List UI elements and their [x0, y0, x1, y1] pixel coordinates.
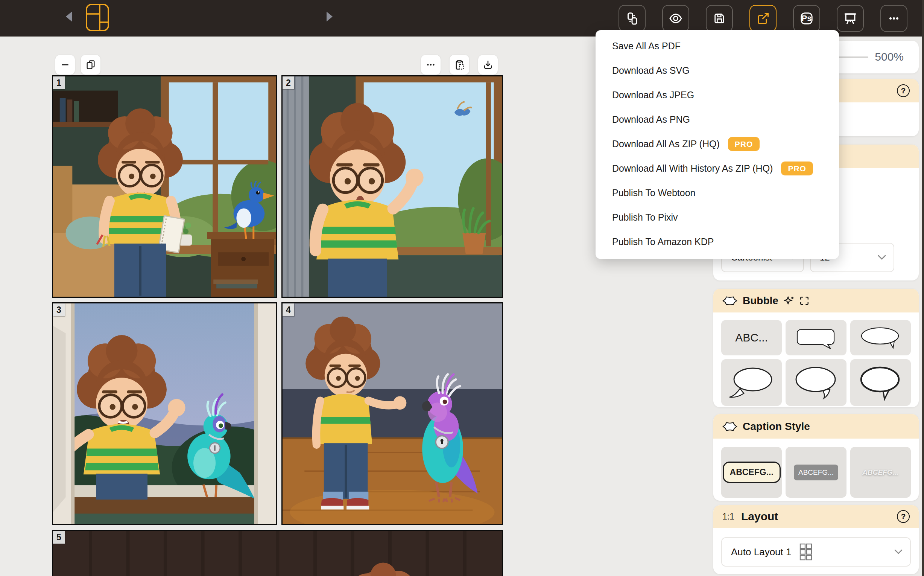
panel-number-badge: 3 [53, 304, 65, 316]
menu-item-download-all-zip[interactable]: Download All As ZIP (HQ) PRO [595, 132, 839, 156]
comic-page-canvas: 1 [52, 75, 503, 576]
menu-item-label: Download As JPEG [612, 90, 694, 101]
page-toolbar-right [421, 54, 498, 75]
panel-number-badge: 1 [53, 77, 65, 89]
menu-item-publish-pixiv[interactable]: Publish To Pixiv [595, 205, 839, 230]
caption-sample: ABCEFG... [862, 468, 898, 477]
duplicate-icon [85, 59, 96, 70]
bubble-rounded-rect-icon [793, 325, 839, 350]
layout-value: Auto Layout 1 [731, 546, 791, 558]
comic-panel-3[interactable]: 3 [52, 302, 277, 525]
presentation-button[interactable] [837, 5, 864, 32]
menu-item-label: Publish To Webtoon [612, 187, 695, 198]
paste-button[interactable] [449, 54, 469, 75]
menu-item-label: Download As SVG [612, 65, 689, 76]
bubble-style-tail-right[interactable] [785, 359, 846, 406]
menu-item-label: Save All As PDF [612, 41, 681, 51]
eye-icon [669, 12, 683, 25]
versions-icon [625, 12, 639, 25]
caption-sample: ABCEFG... [723, 462, 780, 483]
page-toolbar-left [55, 54, 101, 75]
menu-item-download-as-svg[interactable]: Download As SVG [595, 58, 839, 83]
more-options-button[interactable] [880, 5, 908, 32]
remove-page-button[interactable] [55, 54, 75, 75]
menu-item-publish-amazon-kdp[interactable]: Publish To Amazon KDP [595, 230, 839, 254]
bubble-style-grid: ABC... [721, 320, 911, 406]
versions-button[interactable] [619, 5, 646, 32]
caption-style-outlined[interactable]: ABCEFG... [721, 447, 782, 498]
comic-panel-4[interactable]: 4 [281, 302, 503, 525]
help-icon[interactable]: ? [897, 84, 910, 97]
photoshop-export-button[interactable]: Ps [793, 5, 820, 32]
caption-sample: ABCEFG... [794, 464, 838, 480]
comic-panel-1[interactable]: 1 [52, 75, 277, 298]
bubble-style-rounded-rect[interactable] [785, 320, 846, 355]
grid-layout-icon [800, 543, 812, 560]
topbar-actions: Ps [619, 5, 908, 32]
layout-panel: 1:1 Layout ? Auto Layout 1 [713, 505, 919, 574]
menu-item-label: Download All As ZIP (HQ) [612, 139, 720, 149]
download-page-button[interactable] [478, 54, 498, 75]
panel-number-badge: 5 [53, 531, 65, 544]
panel-3-art [53, 304, 276, 524]
page-layout-thumbnail[interactable] [86, 4, 109, 31]
aspect-ratio-label: 1:1 [722, 512, 734, 522]
comic-panel-5[interactable]: 5 [52, 530, 503, 576]
preview-button[interactable] [662, 5, 689, 32]
menu-item-publish-webtoon[interactable]: Publish To Webtoon [595, 181, 839, 205]
zoom-value: 500% [875, 50, 904, 63]
caption-style-plain[interactable]: ABCEFG... [850, 447, 911, 498]
minus-icon [60, 60, 70, 70]
ellipsis-icon [887, 12, 901, 25]
chevron-down-icon [877, 254, 887, 261]
save-icon [713, 12, 726, 25]
caption-style-grid: ABCEFG... ABCEFG... ABCEFG... [721, 447, 911, 498]
speech-bubble-icon [722, 296, 737, 306]
bubble-ellipse-icon [857, 325, 904, 350]
pro-badge: PRO [728, 137, 760, 151]
duplicate-page-button[interactable] [80, 54, 101, 75]
clipboard-icon [454, 59, 464, 70]
bubble-tail-left-icon [727, 364, 776, 401]
layout-panel-title: Layout [741, 510, 778, 523]
menu-item-label: Download All With History As ZIP (HQ) [612, 163, 773, 174]
prev-page-icon[interactable] [66, 11, 72, 22]
window-scrollbar[interactable] [922, 0, 924, 576]
export-menu: Save All As PDF Download As SVG Download… [595, 30, 839, 259]
pro-badge: PRO [781, 162, 813, 176]
caption-style-filled[interactable]: ABCEFG... [785, 447, 846, 498]
presentation-icon [843, 11, 857, 26]
bubble-panel-header: Bubble [713, 289, 919, 312]
page-more-button[interactable] [421, 54, 441, 75]
next-page-icon[interactable] [327, 12, 333, 21]
panel-2-art [282, 77, 502, 297]
menu-item-label: Publish To Amazon KDP [612, 237, 714, 247]
panel-4-art [282, 304, 502, 524]
download-icon [483, 59, 493, 70]
speech-bubble-icon [722, 421, 737, 432]
help-icon[interactable]: ? [897, 510, 910, 523]
bubble-style-text[interactable]: ABC... [721, 320, 782, 355]
export-icon [756, 12, 770, 25]
caption-panel-header: Caption Style [713, 414, 919, 438]
sparkles-icon[interactable] [784, 296, 794, 306]
menu-item-download-all-history-zip[interactable]: Download All With History As ZIP (HQ) PR… [595, 156, 839, 181]
bubble-style-ellipse[interactable] [850, 320, 911, 355]
menu-item-label: Download As PNG [612, 114, 690, 125]
save-button[interactable] [706, 5, 733, 32]
bubble-style-tail-left[interactable] [721, 359, 782, 406]
layout-panel-header: 1:1 Layout ? [713, 505, 919, 528]
menu-item-download-as-jpeg[interactable]: Download As JPEG [595, 83, 839, 107]
comic-panel-2[interactable]: 2 [281, 75, 503, 298]
bubble-panel-title: Bubble [743, 295, 779, 307]
menu-item-save-all-as-pdf[interactable]: Save All As PDF [595, 34, 839, 58]
bubble-tail-right-icon [792, 364, 841, 401]
panel-number-badge: 4 [282, 304, 294, 316]
layout-select[interactable]: Auto Layout 1 [721, 537, 911, 566]
menu-item-download-as-png[interactable]: Download As PNG [595, 107, 839, 132]
bubble-bold-ellipse-icon [856, 364, 905, 401]
expand-selection-icon[interactable] [800, 296, 809, 306]
bubble-style-bold-ellipse[interactable] [850, 359, 911, 406]
export-button[interactable] [749, 5, 777, 32]
panel-5-art [53, 531, 502, 576]
